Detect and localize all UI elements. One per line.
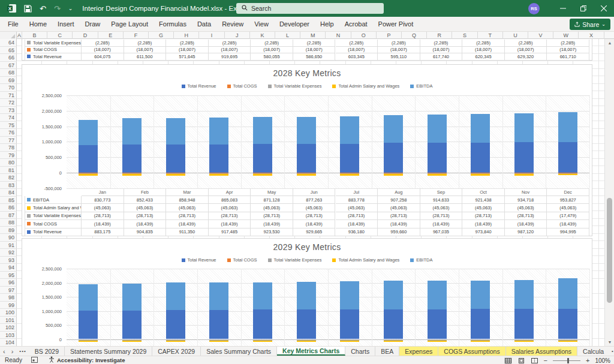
sheet-tab-bea[interactable]: BEA	[375, 347, 399, 356]
row-header-67[interactable]: 67	[0, 62, 17, 70]
sheet-tab-capex-2029[interactable]: CAPEX 2029	[152, 347, 201, 356]
column-header-C[interactable]: C	[47, 32, 73, 39]
row-header-99[interactable]: 99	[0, 302, 17, 309]
row-header-76[interactable]: 76	[0, 129, 17, 137]
scroll-up-icon[interactable]: ▲	[605, 39, 614, 47]
sheet-tab-expenses[interactable]: Expenses	[399, 347, 438, 356]
column-header-T[interactable]: T	[478, 32, 503, 39]
ribbon-tab-help[interactable]: Help	[315, 17, 339, 31]
page-break-view-icon[interactable]	[531, 357, 538, 364]
column-header-U[interactable]: U	[503, 32, 528, 39]
ribbon-tab-view[interactable]: View	[249, 17, 274, 31]
column-header-B[interactable]: B	[22, 32, 47, 39]
next-sheet-icon[interactable]: ›	[8, 347, 17, 356]
row-header-104[interactable]: 104	[0, 339, 17, 346]
column-header-A[interactable]: A	[17, 32, 22, 39]
account-avatar[interactable]: RS	[528, 3, 540, 14]
row-header-101[interactable]: 101	[0, 317, 17, 324]
row-header-83[interactable]: 83	[0, 182, 17, 189]
row-header-94[interactable]: 94	[0, 264, 17, 272]
column-header-K[interactable]: K	[250, 32, 275, 39]
ribbon-tab-draw[interactable]: Draw	[80, 17, 106, 31]
row-header-86[interactable]: 86	[0, 204, 17, 212]
select-all-corner[interactable]	[0, 32, 17, 39]
sheet-tab-sales-summary-charts[interactable]: Sales Summary Charts	[201, 347, 277, 356]
ribbon-tab-acrobat[interactable]: Acrobat	[339, 17, 373, 31]
row-header-97[interactable]: 97	[0, 287, 17, 294]
row-header-73[interactable]: 73	[0, 107, 17, 115]
column-header-S[interactable]: S	[452, 32, 477, 39]
row-header-98[interactable]: 98	[0, 294, 17, 302]
column-header-W[interactable]: W	[553, 32, 579, 39]
sheet-tab-calcula[interactable]: Calcula	[577, 347, 609, 356]
save-icon[interactable]	[24, 5, 32, 13]
row-header-78[interactable]: 78	[0, 144, 17, 152]
sheet-tab-cogs-assumptions[interactable]: COGS Assumptions	[438, 347, 505, 356]
chart-2027-key-metrics-partial[interactable]: Total Variable Expenses(2,285)(2,285)(2,…	[22, 39, 592, 61]
ribbon-tab-file[interactable]: File	[2, 17, 24, 31]
ribbon-tab-home[interactable]: Home	[24, 17, 52, 31]
scroll-down-icon[interactable]: ▼	[605, 338, 614, 346]
page-layout-view-icon[interactable]	[517, 357, 525, 364]
row-header-88[interactable]: 88	[0, 219, 17, 227]
column-header-O[interactable]: O	[351, 32, 377, 39]
sheet-tab-key-metrics-charts[interactable]: Key Metrics Charts	[277, 347, 345, 356]
column-header-V[interactable]: V	[528, 32, 553, 39]
prev-sheet-icon[interactable]: ‹	[0, 347, 8, 356]
row-header-74[interactable]: 74	[0, 114, 17, 122]
ribbon-tab-power-pivot[interactable]: Power Pivot	[373, 17, 419, 31]
row-header-85[interactable]: 85	[0, 197, 17, 204]
sheet-tab-statements-summary-2029[interactable]: Statements Summary 2029	[65, 347, 152, 356]
row-header-92[interactable]: 92	[0, 249, 17, 257]
column-header-L[interactable]: L	[275, 32, 300, 39]
row-header-90[interactable]: 90	[0, 234, 17, 242]
row-header-80[interactable]: 80	[0, 159, 17, 167]
row-header-103[interactable]: 103	[0, 332, 17, 339]
row-header-75[interactable]: 75	[0, 122, 17, 130]
column-header-I[interactable]: I	[199, 32, 224, 39]
vertical-scroll-thumb[interactable]	[607, 198, 612, 303]
more-sheets-right-icon[interactable]: •••	[609, 347, 614, 356]
column-header-Q[interactable]: Q	[402, 32, 427, 39]
column-header-F[interactable]: F	[124, 32, 149, 39]
customize-qat-icon[interactable]: ⌄	[68, 6, 73, 11]
column-header-G[interactable]: G	[149, 32, 174, 39]
ribbon-tab-data[interactable]: Data	[192, 17, 216, 31]
column-header-R[interactable]: R	[427, 32, 452, 39]
zoom-level[interactable]: 100%	[595, 357, 610, 364]
zoom-slider-thumb[interactable]	[567, 358, 569, 363]
zoom-out-icon[interactable]: −	[544, 357, 547, 364]
row-header-89[interactable]: 89	[0, 227, 17, 234]
zoom-in-icon[interactable]: +	[586, 357, 589, 364]
column-header-X[interactable]: X	[579, 32, 604, 39]
more-sheets-left-icon[interactable]: •••	[16, 347, 29, 356]
row-header-70[interactable]: 70	[0, 84, 17, 92]
row-header-77[interactable]: 77	[0, 137, 17, 145]
row-header-68[interactable]: 68	[0, 69, 17, 77]
column-header-P[interactable]: P	[377, 32, 402, 39]
row-header-66[interactable]: 66	[0, 54, 17, 62]
ribbon-tab-insert[interactable]: Insert	[52, 17, 80, 31]
row-header-72[interactable]: 72	[0, 99, 17, 107]
row-header-91[interactable]: 91	[0, 242, 17, 249]
sheet-tab-salaries-assumptions[interactable]: Salaries Assumptions	[506, 347, 577, 356]
accessibility-status[interactable]: Accessibility: Investigate	[57, 357, 125, 363]
excel-app-icon[interactable]: X	[7, 4, 16, 13]
undo-icon[interactable]: ↶	[40, 5, 46, 13]
search-input[interactable]: Search	[236, 3, 384, 14]
row-header-96[interactable]: 96	[0, 279, 17, 287]
row-header-65[interactable]: 65	[0, 47, 17, 55]
row-header-81[interactable]: 81	[0, 167, 17, 175]
column-header-N[interactable]: N	[326, 32, 351, 39]
column-header-D[interactable]: D	[73, 32, 98, 39]
ribbon-tab-developer[interactable]: Developer	[274, 17, 315, 31]
row-header-79[interactable]: 79	[0, 152, 17, 160]
ribbon-tab-review[interactable]: Review	[216, 17, 249, 31]
vertical-scrollbar[interactable]: ▲ ▼	[604, 39, 614, 346]
row-header-71[interactable]: 71	[0, 92, 17, 100]
normal-view-icon[interactable]	[504, 357, 512, 364]
row-header-82[interactable]: 82	[0, 174, 17, 182]
chart-2029-key-metrics[interactable]: 2029 Key MetricsTotal RevenueTotal COGST…	[22, 238, 592, 346]
restore-button[interactable]	[573, 0, 594, 17]
sheet-tab-charts[interactable]: Charts	[345, 347, 375, 356]
